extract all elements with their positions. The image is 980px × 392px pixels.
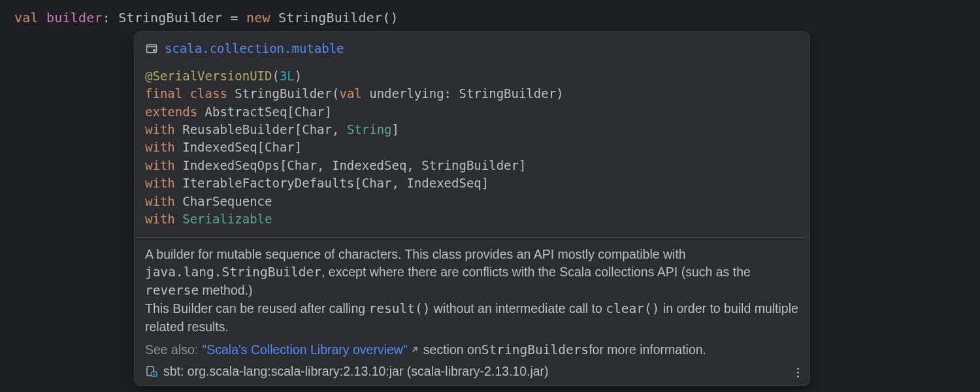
external-link-icon	[410, 345, 419, 354]
constructor-call: StringBuilder()	[270, 10, 399, 25]
annotation: @SerialVersionUID	[145, 69, 272, 83]
editor-code-line[interactable]: val builder: StringBuilder = new StringB…	[0, 0, 980, 27]
doc-paragraph-2: This Builder can be reused after calling…	[145, 300, 799, 336]
annotation-arg: 3L	[280, 69, 295, 83]
tooltip-package-header: scala.collection.mutable	[145, 41, 799, 56]
svg-point-1	[153, 49, 155, 52]
type-serializable-link[interactable]: Serializable	[175, 212, 272, 226]
library-source-text: sbt: org.scala-lang:scala-library:2.13.1…	[163, 364, 549, 379]
documentation-tooltip: scala.collection.mutable @SerialVersionU…	[134, 31, 810, 386]
identifier-builder: builder	[46, 10, 103, 25]
keyword-val: val	[14, 10, 39, 25]
keyword-new: new	[246, 10, 270, 25]
see-also-link[interactable]: "Scala's Collection Library overview"	[202, 342, 408, 357]
svg-rect-0	[147, 45, 157, 53]
tooltip-signature-section: scala.collection.mutable @SerialVersionU…	[135, 32, 809, 237]
doc-paragraph-1: A builder for mutable sequence of charac…	[145, 246, 799, 300]
package-link[interactable]: scala.collection.mutable	[165, 41, 344, 56]
svg-rect-4	[153, 374, 155, 375]
tooltip-footer: sbt: org.scala-lang:scala-library:2.13.1…	[135, 361, 809, 385]
see-also-section: See also: "Scala's Collection Library ov…	[135, 341, 809, 361]
tooltip-documentation: A builder for mutable sequence of charac…	[135, 238, 809, 341]
class-signature: @SerialVersionUID(3L) final class String…	[145, 67, 799, 228]
type-string-link[interactable]: String	[347, 122, 392, 137]
library-icon	[145, 365, 158, 378]
type-stringbuilder: StringBuilder	[118, 10, 222, 25]
more-actions-button[interactable]	[797, 368, 799, 378]
package-icon	[145, 42, 158, 55]
see-also-label: See also:	[145, 342, 198, 357]
